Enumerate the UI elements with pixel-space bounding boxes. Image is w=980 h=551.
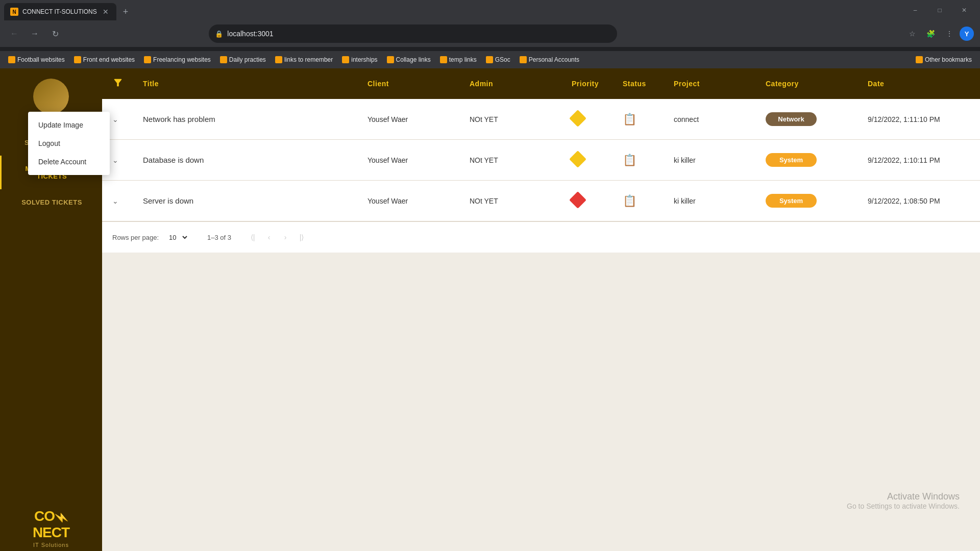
- bookmark-icon: [220, 56, 227, 63]
- filter-icon[interactable]: [112, 77, 143, 90]
- bookmark-label: Daily practies: [229, 56, 266, 63]
- bookmark-collage[interactable]: Collage links: [383, 55, 435, 65]
- bookmark-icon: [387, 56, 394, 63]
- status-icon: 📋: [623, 113, 636, 126]
- status-icon: 📋: [623, 194, 636, 207]
- ticket-priority: [572, 112, 623, 127]
- bookmark-label: Front end websites: [83, 56, 135, 63]
- next-page-button[interactable]: ›: [278, 230, 292, 244]
- row-expand-button[interactable]: ⌄: [112, 115, 143, 123]
- rows-per-page-select[interactable]: 10 25 50: [163, 231, 189, 244]
- browser-menu-button[interactable]: ⋮: [941, 26, 958, 42]
- ticket-category: Network: [766, 112, 868, 126]
- tab-bar: N CONNECT IT-SOLUTIONS ✕ + – □ ✕: [0, 0, 980, 20]
- window-controls: – □ ✕: [903, 2, 976, 18]
- toolbar-actions: ☆ 🧩 ⋮ Y: [904, 26, 974, 42]
- ticket-admin: NOt YET: [470, 197, 572, 205]
- update-image-option[interactable]: Update Image: [28, 116, 110, 134]
- bookmark-label: interships: [351, 56, 377, 63]
- col-date: Date: [868, 80, 970, 88]
- col-priority: Priority: [572, 80, 623, 88]
- bookmark-other[interactable]: Other bookmarks: [912, 55, 976, 65]
- ticket-project: ki killer: [674, 197, 766, 205]
- ticket-date: 9/12/2022, 1:10:11 PM: [868, 156, 970, 164]
- bookmark-personal[interactable]: Personal Accounts: [516, 55, 583, 65]
- bookmark-icon: [440, 56, 447, 63]
- category-badge: Network: [766, 112, 817, 126]
- bookmark-freelancing[interactable]: Freelancing websites: [140, 55, 215, 65]
- col-status: Status: [623, 80, 674, 88]
- table-header: Title Client Admin Priority Status Proje…: [102, 68, 980, 99]
- bookmark-interships[interactable]: interships: [338, 55, 381, 65]
- tab-title: CONNECT IT-SOLUTIONS: [22, 8, 97, 15]
- close-window-button[interactable]: ✕: [952, 2, 976, 18]
- main-content: Title Client Admin Priority Status Proje…: [102, 68, 980, 551]
- active-tab[interactable]: N CONNECT IT-SOLUTIONS ✕: [4, 3, 116, 20]
- profile-button[interactable]: Y: [960, 27, 974, 41]
- ticket-title: Server is down: [143, 196, 368, 205]
- ticket-status: 📋: [623, 113, 674, 126]
- logo-text: CO⚡NECT: [26, 508, 77, 541]
- browser-chrome: N CONNECT IT-SOLUTIONS ✕ + – □ ✕ ← → ↻ 🔒…: [0, 0, 980, 51]
- bookmark-temp[interactable]: temp links: [436, 55, 481, 65]
- ticket-project: ki killer: [674, 156, 766, 164]
- category-badge: System: [766, 194, 817, 208]
- bookmark-star-button[interactable]: ☆: [904, 26, 921, 42]
- ticket-date: 9/12/2022, 1:08:50 PM: [868, 197, 970, 205]
- pagination-range: 1–3 of 3: [207, 234, 231, 241]
- bookmarks-right: Other bookmarks: [912, 55, 976, 65]
- bookmark-icon: [342, 56, 349, 63]
- activate-title: Activate Windows: [847, 491, 960, 502]
- bookmark-label: GSoc: [495, 56, 510, 63]
- ticket-client: Yousef Waer: [368, 115, 470, 123]
- address-bar[interactable]: 🔒 localhost:3001: [209, 24, 617, 43]
- bookmark-daily[interactable]: Daily practies: [216, 55, 270, 65]
- bookmark-label: temp links: [449, 56, 477, 63]
- bookmark-icon: [8, 56, 15, 63]
- bookmark-frontend[interactable]: Front end websites: [70, 55, 139, 65]
- col-client: Client: [368, 80, 470, 88]
- bookmark-gsoc[interactable]: GSoc: [482, 55, 514, 65]
- logout-option[interactable]: Logout: [28, 134, 110, 153]
- sidebar-logo: CO⚡NECT IT Solutions: [26, 508, 77, 548]
- bookmark-label: Other bookmarks: [925, 56, 972, 63]
- new-tab-button[interactable]: +: [118, 5, 133, 19]
- back-button[interactable]: ←: [6, 26, 22, 42]
- tab-close-button[interactable]: ✕: [101, 7, 110, 16]
- bookmark-football[interactable]: Football websites: [4, 55, 69, 65]
- minimize-button[interactable]: –: [903, 2, 927, 18]
- col-admin: Admin: [470, 80, 572, 88]
- first-page-button[interactable]: ⟨|: [246, 230, 260, 244]
- bookmark-links[interactable]: links to remember: [271, 55, 337, 65]
- ticket-status: 📋: [623, 194, 674, 208]
- col-category: Category: [766, 80, 868, 88]
- last-page-button[interactable]: |⟩: [295, 230, 309, 244]
- forward-button[interactable]: →: [27, 26, 43, 42]
- activate-subtitle: Go to Settings to activate Windows.: [847, 502, 960, 510]
- ticket-status: 📋: [623, 154, 674, 167]
- bookmark-label: Football websites: [17, 56, 65, 63]
- activate-windows-watermark: Activate Windows Go to Settings to activ…: [847, 491, 960, 510]
- prev-page-button[interactable]: ‹: [262, 230, 276, 244]
- row-expand-button[interactable]: ⌄: [112, 197, 143, 205]
- bookmark-icon: [144, 56, 151, 63]
- reload-button[interactable]: ↻: [47, 26, 63, 42]
- ticket-category: System: [766, 153, 868, 167]
- avatar-image: [33, 79, 69, 114]
- ticket-category: System: [766, 194, 868, 208]
- bookmark-icon: [275, 56, 282, 63]
- avatar[interactable]: [33, 79, 69, 114]
- maximize-button[interactable]: □: [928, 2, 951, 18]
- security-icon: 🔒: [215, 30, 223, 38]
- chrome-extensions-button[interactable]: 🧩: [923, 26, 939, 42]
- col-title: Title: [143, 80, 368, 88]
- rows-per-page-label: Rows per page:: [112, 234, 159, 241]
- browser-toolbar: ← → ↻ 🔒 localhost:3001 ☆ 🧩 ⋮ Y: [0, 20, 980, 47]
- app-container: Update Image Logout Delete Account SUBMI…: [0, 68, 980, 551]
- sidebar-item-solved[interactable]: SOLVED TICKETS: [0, 189, 102, 215]
- pagination-row: Rows per page: 10 25 50 1–3 of 3 ⟨| ‹ › …: [102, 221, 980, 253]
- row-expand-button[interactable]: ⌄: [112, 156, 143, 164]
- delete-account-option[interactable]: Delete Account: [28, 153, 110, 171]
- ticket-admin: NOt YET: [470, 156, 572, 164]
- ticket-priority: [572, 153, 623, 167]
